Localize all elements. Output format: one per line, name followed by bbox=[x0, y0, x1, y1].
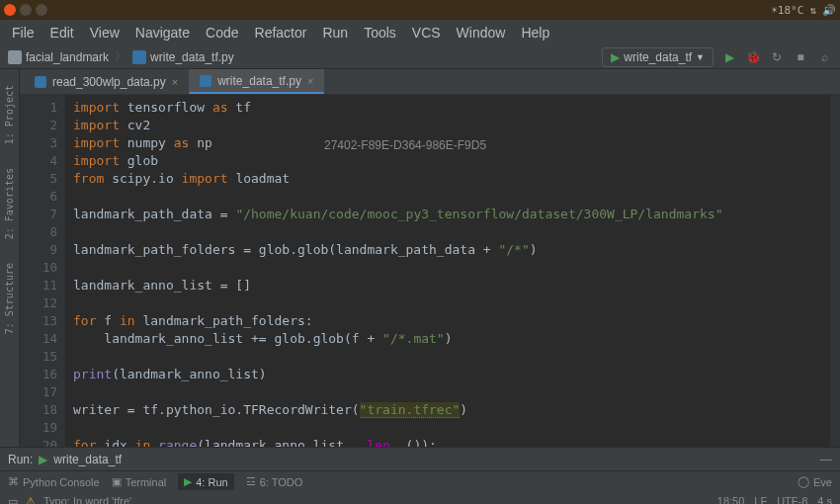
weather-indicator: ☀18°C bbox=[771, 4, 803, 17]
run-config-icon: ▶ bbox=[611, 50, 620, 64]
tool-favorites[interactable]: 2: Favorites bbox=[4, 160, 15, 247]
editor-tab-read-300wlp[interactable]: read_300wlp_data.py × bbox=[24, 70, 189, 94]
line-number: 9 bbox=[24, 241, 57, 259]
line-number: 12 bbox=[24, 294, 57, 312]
line-number: 3 bbox=[24, 134, 57, 152]
line-number: 14 bbox=[24, 330, 57, 348]
line-number: 11 bbox=[24, 277, 57, 294]
line-number: 16 bbox=[24, 366, 57, 383]
tab-event-log[interactable]: ◯ Eve bbox=[798, 475, 832, 488]
line-number: 15 bbox=[24, 348, 57, 366]
python-file-icon bbox=[35, 76, 46, 88]
chevron-down-icon: ▼ bbox=[696, 52, 705, 62]
code-editor[interactable]: 1 2 3 4 5 6 7 8 9 10 11 12 13 14 15 16 1… bbox=[20, 95, 840, 447]
line-number: 4 bbox=[24, 152, 57, 170]
breadcrumb-project[interactable]: facial_landmark bbox=[26, 50, 109, 64]
sound-icon[interactable]: 🔊 bbox=[822, 4, 836, 17]
tab-label: write_data_tf.py bbox=[217, 74, 301, 88]
tab-label: read_300wlp_data.py bbox=[52, 75, 166, 89]
menu-code[interactable]: Code bbox=[200, 23, 244, 42]
line-number: 13 bbox=[24, 312, 57, 330]
tab-run[interactable]: ▶ 4: Run bbox=[178, 473, 233, 490]
line-number-gutter[interactable]: 1 2 3 4 5 6 7 8 9 10 11 12 13 14 15 16 1… bbox=[20, 95, 65, 447]
line-number: 5 bbox=[24, 170, 57, 188]
code-content[interactable]: import tensorflow as tf import cv2 impor… bbox=[65, 95, 830, 447]
tab-label: 6: TODO bbox=[260, 476, 303, 488]
line-separator[interactable]: LF bbox=[754, 495, 767, 504]
folder-icon bbox=[8, 50, 22, 64]
rerun-button[interactable]: ↻ bbox=[769, 49, 785, 65]
run-button[interactable]: ▶ bbox=[721, 49, 737, 65]
python-icon: ⌘ bbox=[8, 475, 19, 488]
todo-icon: ☲ bbox=[246, 475, 256, 488]
menu-help[interactable]: Help bbox=[515, 23, 555, 42]
menubar: File Edit View Navigate Code Refactor Ru… bbox=[0, 20, 840, 45]
python-file-icon bbox=[132, 50, 146, 64]
play-icon: ▶ bbox=[184, 475, 192, 488]
menu-window[interactable]: Window bbox=[451, 23, 512, 42]
terminal-icon: ▣ bbox=[112, 475, 122, 488]
run-label: Run: bbox=[8, 453, 33, 466]
file-encoding[interactable]: UTF-8 bbox=[777, 495, 807, 504]
navigation-bar: facial_landmark 〉 write_data_tf.py ▶ wri… bbox=[0, 45, 840, 69]
editor-scrollbar[interactable] bbox=[830, 95, 840, 447]
run-config-icon: ▶ bbox=[39, 453, 47, 466]
close-tab-icon[interactable]: × bbox=[307, 75, 313, 87]
menu-file[interactable]: File bbox=[6, 23, 41, 42]
python-file-icon bbox=[200, 75, 211, 87]
window-close-icon[interactable] bbox=[4, 4, 16, 16]
tab-terminal[interactable]: ▣ Terminal bbox=[112, 475, 167, 488]
tab-label: Terminal bbox=[126, 476, 167, 488]
menu-run[interactable]: Run bbox=[316, 23, 354, 42]
eventlog-icon: ◯ bbox=[798, 475, 809, 488]
menu-view[interactable]: View bbox=[84, 23, 126, 42]
stop-button[interactable]: ■ bbox=[793, 49, 808, 65]
menu-navigate[interactable]: Navigate bbox=[129, 23, 196, 42]
tab-python-console[interactable]: ⌘ Python Console bbox=[8, 475, 100, 488]
menu-edit[interactable]: Edit bbox=[44, 23, 80, 42]
line-number: 19 bbox=[24, 419, 57, 437]
tool-structure[interactable]: 7: Structure bbox=[4, 255, 15, 342]
tab-label: 4: Run bbox=[196, 476, 227, 488]
tab-label: Python Console bbox=[23, 476, 100, 488]
line-number: 6 bbox=[24, 188, 57, 206]
tool-project[interactable]: 1: Project bbox=[4, 77, 15, 152]
menu-tools[interactable]: Tools bbox=[358, 23, 402, 42]
left-tool-sidebar: 1: Project 2: Favorites 7: Structure bbox=[0, 69, 20, 447]
run-tool-window-header: Run: ▶ write_data_tf — bbox=[0, 447, 840, 470]
cursor-position[interactable]: 18:50 bbox=[717, 495, 745, 504]
line-number: 2 bbox=[24, 117, 57, 134]
titlebar: ☀18°C ⇅ 🔊 bbox=[0, 0, 840, 20]
indent-info[interactable]: 4 s bbox=[817, 495, 832, 504]
menu-vcs[interactable]: VCS bbox=[406, 23, 447, 42]
tab-todo[interactable]: ☲ 6: TODO bbox=[246, 475, 303, 488]
window-minimize-icon[interactable] bbox=[20, 4, 32, 16]
editor-tab-write-data-tf[interactable]: write_data_tf.py × bbox=[189, 69, 324, 94]
line-number: 17 bbox=[24, 383, 57, 401]
warning-icon: ⚠ bbox=[26, 495, 36, 505]
line-number: 7 bbox=[24, 206, 57, 223]
status-bar: ▭ ⚠ Typo: In word 'tfre' 18:50 LF UTF-8 … bbox=[0, 492, 840, 504]
run-config-label: write_data_tf bbox=[624, 50, 692, 64]
breadcrumb-file[interactable]: write_data_tf.py bbox=[150, 50, 234, 64]
breadcrumb-separator: 〉 bbox=[115, 48, 126, 65]
status-message: Typo: In word 'tfre' bbox=[43, 495, 131, 504]
menu-refactor[interactable]: Refactor bbox=[249, 23, 313, 42]
close-tab-icon[interactable]: × bbox=[172, 76, 178, 88]
line-number: 8 bbox=[24, 223, 57, 241]
run-config-name: write_data_tf bbox=[53, 453, 122, 466]
status-bar-toggle-icon[interactable]: ▭ bbox=[8, 495, 18, 505]
line-number: 18 bbox=[24, 401, 57, 419]
window-maximize-icon[interactable] bbox=[36, 4, 47, 16]
editor-tabs: read_300wlp_data.py × write_data_tf.py × bbox=[20, 69, 840, 95]
line-number: 20 bbox=[24, 437, 57, 447]
line-number: 10 bbox=[24, 259, 57, 277]
debug-button[interactable]: 🐞 bbox=[745, 49, 761, 65]
search-button[interactable]: ⌕ bbox=[816, 49, 832, 65]
tab-label: Eve bbox=[813, 476, 832, 488]
bottom-tool-tabs: ⌘ Python Console ▣ Terminal ▶ 4: Run ☲ 6… bbox=[0, 470, 840, 492]
run-configuration-selector[interactable]: ▶ write_data_tf ▼ bbox=[602, 47, 714, 67]
hide-tool-window-icon[interactable]: — bbox=[820, 453, 832, 466]
network-icon[interactable]: ⇅ bbox=[809, 4, 816, 17]
line-number: 1 bbox=[24, 99, 57, 117]
